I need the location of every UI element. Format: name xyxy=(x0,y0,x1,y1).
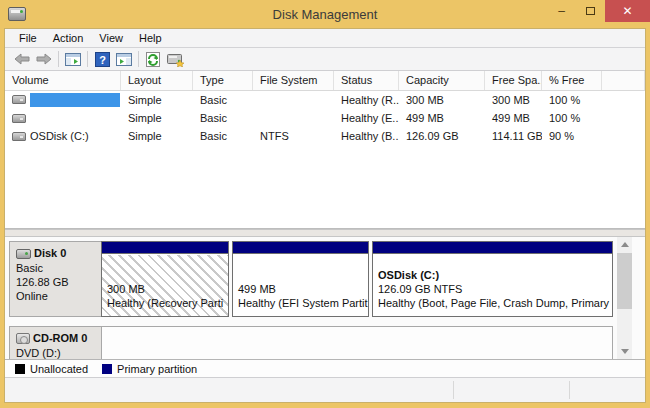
cdrom-region[interactable] xyxy=(101,326,613,359)
cell-free-space: 499 MB xyxy=(485,112,542,124)
partition-size: 126.09 GB NTFS xyxy=(378,282,612,296)
column-header-layout[interactable]: Layout xyxy=(121,71,193,90)
refresh-icon xyxy=(146,52,160,67)
status-separator xyxy=(453,381,454,399)
cell-file-system: NTFS xyxy=(253,130,334,142)
cell-free-space: 114.11 GB xyxy=(485,130,542,142)
disk0-name: Disk 0 xyxy=(34,246,66,261)
volume-icon xyxy=(12,132,26,141)
menu-view[interactable]: View xyxy=(91,30,131,46)
scroll-up-icon xyxy=(621,242,629,247)
table-header: Volume Layout Type File System Status Ca… xyxy=(5,71,645,91)
scroll-down-button[interactable] xyxy=(617,344,632,359)
scroll-down-icon xyxy=(621,349,629,354)
svg-text:?: ? xyxy=(99,53,106,65)
unallocated-swatch xyxy=(15,364,25,374)
partition-title: OSDisk (C:) xyxy=(378,268,612,282)
table-row[interactable]: Simple Basic Healthy (E... 499 MB 499 MB… xyxy=(5,109,645,127)
disk0-label-panel[interactable]: Disk 0 Basic 126.88 GB Online xyxy=(9,241,102,317)
status-bar xyxy=(5,377,645,402)
cell-type: Basic xyxy=(193,112,253,124)
pane-splitter[interactable] xyxy=(5,229,645,237)
cdrom-media: DVD (D:) xyxy=(16,346,101,359)
refresh-button[interactable] xyxy=(142,50,164,69)
partition-efi[interactable]: 499 MB Healthy (EFI System Partit xyxy=(232,241,369,317)
cell-layout: Simple xyxy=(121,94,193,106)
cd-rom-icon xyxy=(16,333,30,344)
menu-action[interactable]: Action xyxy=(45,30,92,46)
show-action-pane-button[interactable] xyxy=(113,50,135,69)
back-button[interactable] xyxy=(11,50,33,69)
disk-drive-icon xyxy=(16,249,31,259)
show-console-tree-button[interactable] xyxy=(62,50,84,69)
partition-color-bar xyxy=(233,242,368,254)
partition-color-bar xyxy=(102,242,228,254)
volume-icon xyxy=(12,114,26,123)
cell-percent-free: 100 % xyxy=(542,94,602,106)
menu-help[interactable]: Help xyxy=(131,30,170,46)
column-header-volume[interactable]: Volume xyxy=(5,71,121,90)
cell-layout: Simple xyxy=(121,112,193,124)
close-button[interactable]: ✕ xyxy=(605,0,650,22)
maximize-button[interactable] xyxy=(576,0,605,22)
column-header-type[interactable]: Type xyxy=(193,71,253,90)
partition-recovery[interactable]: 300 MB Healthy (Recovery Parti xyxy=(101,241,229,317)
column-header-free-space[interactable]: Free Spa... xyxy=(485,71,542,90)
menu-file[interactable]: File xyxy=(11,30,45,46)
toolbar: ? xyxy=(5,48,645,71)
partition-size: 300 MB xyxy=(107,282,228,296)
cdrom-label-panel[interactable]: CD-ROM 0 DVD (D:) xyxy=(9,326,102,359)
cell-free-space: 300 MB xyxy=(485,94,542,106)
rescan-disks-button[interactable] xyxy=(164,50,186,69)
graphical-view-pane: Disk 0 Basic 126.88 GB Online 300 MB Hea… xyxy=(5,237,645,359)
disk0-size: 126.88 GB xyxy=(16,275,101,289)
toolbar-separator xyxy=(138,51,139,67)
cell-type: Basic xyxy=(193,94,253,106)
cell-capacity: 126.09 GB xyxy=(399,130,485,142)
help-icon: ? xyxy=(95,52,110,67)
selected-volume-name[interactable] xyxy=(30,93,120,107)
column-header-file-system[interactable]: File System xyxy=(253,71,334,90)
cell-status: Healthy (E... xyxy=(334,112,399,124)
title-bar: Disk Management – ✕ xyxy=(0,0,650,28)
legend-bar: Unallocated Primary partition xyxy=(5,359,645,377)
partition-size: 499 MB xyxy=(238,282,368,296)
disk-management-window: Disk Management – ✕ File Action View Hel… xyxy=(0,0,650,408)
legend-label-unallocated: Unallocated xyxy=(30,363,88,375)
cell-type: Basic xyxy=(193,130,253,142)
column-header-percent-free[interactable]: % Free xyxy=(542,71,602,90)
scrollbar-thumb[interactable] xyxy=(617,253,632,309)
table-row[interactable]: OSDisk (C:) Simple Basic NTFS Healthy (B… xyxy=(5,127,645,145)
partition-status: Healthy (EFI System Partit xyxy=(238,296,368,310)
partition-status: Healthy (Recovery Parti xyxy=(107,296,228,310)
primary-partition-swatch xyxy=(102,364,112,374)
toolbar-separator xyxy=(58,51,59,67)
cell-layout: Simple xyxy=(121,130,193,142)
scroll-up-button[interactable] xyxy=(617,237,632,252)
legend-label-primary-partition: Primary partition xyxy=(117,363,197,375)
console-window-icon xyxy=(65,53,81,66)
cell-capacity: 300 MB xyxy=(399,94,485,106)
toolbar-separator xyxy=(87,51,88,67)
column-header-capacity[interactable]: Capacity xyxy=(399,71,485,90)
maximize-icon xyxy=(586,7,595,15)
back-arrow-icon xyxy=(14,53,30,65)
menu-bar: File Action View Help xyxy=(5,29,645,48)
volume-name: OSDisk (C:) xyxy=(30,130,89,142)
table-row[interactable]: Simple Basic Healthy (R... 300 MB 300 MB… xyxy=(5,91,645,109)
window-content: File Action View Help ? xyxy=(4,28,646,403)
cdrom-name: CD-ROM 0 xyxy=(33,331,87,346)
vertical-scrollbar[interactable] xyxy=(617,237,632,359)
minimize-button[interactable]: – xyxy=(547,0,576,22)
partition-osdisk[interactable]: OSDisk (C:) 126.09 GB NTFS Healthy (Boot… xyxy=(372,241,613,317)
partition-color-bar xyxy=(373,242,612,254)
volume-icon xyxy=(12,95,26,104)
status-separator xyxy=(569,381,570,399)
column-header-status[interactable]: Status xyxy=(334,71,399,90)
help-button[interactable]: ? xyxy=(91,50,113,69)
forward-button[interactable] xyxy=(33,50,55,69)
cell-capacity: 499 MB xyxy=(399,112,485,124)
partition-status: Healthy (Boot, Page File, Crash Dump, Pr… xyxy=(378,296,612,310)
disk0-type: Basic xyxy=(16,261,101,275)
column-header-filler xyxy=(602,71,645,90)
